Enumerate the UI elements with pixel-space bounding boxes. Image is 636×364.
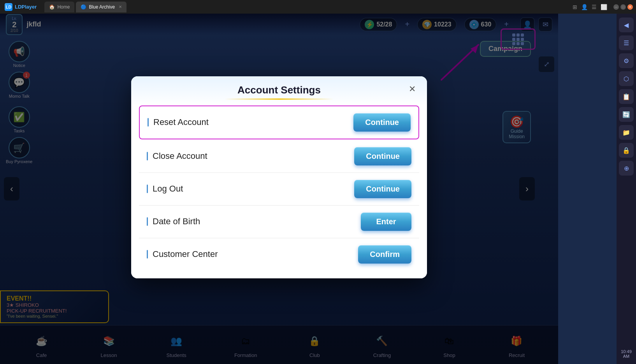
reset-account-label: Reset Account <box>148 117 209 127</box>
side-nav-icon-6[interactable]: 🔄 <box>619 107 634 122</box>
blue-archive-tab-label: Blue Archive <box>89 4 115 10</box>
home-tab-icon: 🏠 <box>49 4 55 10</box>
logo-icon: LD <box>5 3 12 11</box>
dialog-header: Account Settings ✕ <box>131 76 427 106</box>
customer-center-label: Customer Center <box>147 249 218 259</box>
time-display: 10:49 AM <box>617 348 636 360</box>
titlebar-icon-4[interactable]: ⬜ <box>601 4 607 10</box>
customer-center-confirm-button[interactable]: Confirm <box>358 245 411 264</box>
side-nav-icon-3[interactable]: ⚙ <box>619 53 634 68</box>
side-nav-icon-5[interactable]: 📋 <box>619 89 634 104</box>
customer-center-row: Customer Center Confirm <box>139 238 419 271</box>
logout-row: Log Out Continue <box>139 173 419 206</box>
titlebar-icon-2[interactable]: 👤 <box>581 4 588 10</box>
app-name: LDPlayer <box>15 4 37 10</box>
app-logo: LD LDPlayer <box>0 3 41 11</box>
close-account-continue-button[interactable]: Continue <box>354 147 411 165</box>
side-nav-icon-9[interactable]: ⊕ <box>619 161 634 176</box>
logout-label: Log Out <box>147 184 183 194</box>
blue-archive-tab-icon: 🔵 <box>81 4 86 10</box>
dialog-body: Reset Account Continue Close Account Con… <box>131 106 427 278</box>
close-tab-icon[interactable]: ✕ <box>119 5 122 9</box>
minimize-button[interactable]: ─ <box>613 4 619 10</box>
close-account-label: Close Account <box>147 151 207 161</box>
dob-row: Date of Birth Enter <box>139 206 419 238</box>
dob-label: Date of Birth <box>147 216 200 227</box>
home-tab-label: Home <box>57 4 70 10</box>
dialog-title: Account Settings <box>143 84 415 96</box>
side-nav-icon-4[interactable]: ⬡ <box>619 71 634 86</box>
dialog-title-underline <box>225 98 334 100</box>
game-area: Lv. 2 2/10 jkfld ⚡ 52/28 + 💎 10223 💠 630 <box>0 14 558 364</box>
titlebar-icon-1[interactable]: ⊞ <box>573 4 577 10</box>
titlebar-icon-3[interactable]: ☰ <box>592 4 597 10</box>
maximize-button[interactable]: □ <box>620 4 626 10</box>
close-account-row: Close Account Continue <box>139 140 419 173</box>
dialog-close-button[interactable]: ✕ <box>405 82 419 96</box>
dob-enter-button[interactable]: Enter <box>361 213 411 231</box>
side-nav-icon-1[interactable]: ◀ <box>619 18 634 32</box>
side-nav-icon-2[interactable]: ☰ <box>619 35 634 50</box>
window-controls: ─ □ ✕ <box>610 4 636 10</box>
titlebar-icons: ⊞ 👤 ☰ ⬜ <box>569 4 610 10</box>
tab-home[interactable]: 🏠 Home <box>44 2 74 12</box>
reset-account-continue-button[interactable]: Continue <box>353 113 411 132</box>
tab-blue-archive[interactable]: 🔵 Blue Archive ✕ <box>76 2 126 12</box>
account-settings-dialog: Account Settings ✕ Reset Account Continu… <box>131 76 427 278</box>
titlebar: LD LDPlayer 🏠 Home 🔵 Blue Archive ✕ ⊞ 👤 … <box>0 0 636 14</box>
reset-account-row: Reset Account Continue <box>139 106 419 139</box>
tab-bar: 🏠 Home 🔵 Blue Archive ✕ <box>41 2 569 12</box>
logout-continue-button[interactable]: Continue <box>354 180 411 198</box>
side-nav: ◀ ☰ ⚙ ⬡ 📋 🔄 📁 🔒 ⊕ 10:49 AM <box>617 14 636 364</box>
modal-overlay: Account Settings ✕ Reset Account Continu… <box>0 14 558 364</box>
side-nav-icon-7[interactable]: 📁 <box>619 125 634 140</box>
close-button[interactable]: ✕ <box>627 4 633 10</box>
side-nav-icon-8[interactable]: 🔒 <box>619 143 634 158</box>
